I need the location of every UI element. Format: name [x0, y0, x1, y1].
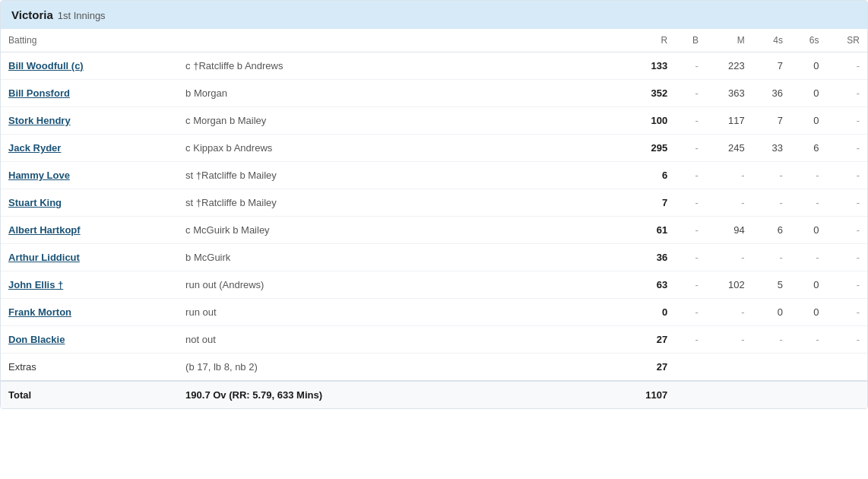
fours: 5 [752, 271, 790, 299]
minutes: 94 [706, 217, 752, 244]
batsman-name[interactable]: Stork Hendry [1, 107, 178, 135]
col-6s: 6s [790, 29, 827, 52]
strike-rate: - [827, 162, 868, 189]
fours: 6 [752, 217, 790, 244]
strike-rate: - [827, 299, 868, 326]
fours: 0 [752, 299, 790, 326]
fours: - [752, 162, 790, 189]
team-name: Victoria [11, 8, 53, 21]
fours: - [752, 244, 790, 271]
minutes: 245 [706, 135, 752, 162]
minutes: 363 [706, 80, 752, 107]
runs: 7 [621, 189, 675, 217]
fours: 36 [752, 80, 790, 107]
col-r: R [621, 29, 675, 52]
sixes: 0 [790, 107, 827, 135]
sixes: 6 [790, 135, 827, 162]
minutes: - [706, 189, 752, 217]
batsman-name[interactable]: Jack Ryder [1, 135, 178, 162]
strike-rate: - [827, 326, 868, 354]
col-m: M [706, 29, 752, 52]
dismissal: st †Ratcliffe b Mailey [178, 162, 621, 189]
minutes: - [706, 244, 752, 271]
fours: 7 [752, 52, 790, 80]
fours: 7 [752, 107, 790, 135]
extras-row: Extras (b 17, lb 8, nb 2) 27 [1, 354, 867, 382]
minutes: - [706, 162, 752, 189]
total-row: Total 190.7 Ov (RR: 5.79, 633 Mins) 1107 [1, 381, 867, 408]
col-batting: Batting [1, 29, 178, 52]
balls: - [675, 189, 706, 217]
runs: 100 [621, 107, 675, 135]
extras-label: Extras [1, 354, 178, 382]
batsman-name[interactable]: Albert Hartkopf [1, 217, 178, 244]
dismissal: not out [178, 326, 621, 354]
total-label: Total [1, 381, 178, 408]
minutes: 223 [706, 52, 752, 80]
sixes: 0 [790, 271, 827, 299]
runs: 61 [621, 217, 675, 244]
batsman-name[interactable]: Don Blackie [1, 326, 178, 354]
dismissal: c †Ratcliffe b Andrews [178, 52, 621, 80]
innings-header: Victoria1st Innings [1, 1, 867, 29]
sixes: - [790, 162, 827, 189]
strike-rate: - [827, 189, 868, 217]
extras-value: 27 [621, 354, 675, 382]
strike-rate: - [827, 107, 868, 135]
batsman-name[interactable]: Arthur Liddicut [1, 244, 178, 271]
dismissal: run out (Andrews) [178, 271, 621, 299]
col-dismissal [178, 29, 621, 52]
balls: - [675, 271, 706, 299]
strike-rate: - [827, 271, 868, 299]
batsman-name[interactable]: Bill Woodfull (c) [1, 52, 178, 80]
balls: - [675, 162, 706, 189]
balls: - [675, 80, 706, 107]
col-4s: 4s [752, 29, 790, 52]
balls: - [675, 326, 706, 354]
dismissal: c Kippax b Andrews [178, 135, 621, 162]
sixes: 0 [790, 217, 827, 244]
dismissal: b McGuirk [178, 244, 621, 271]
extras-detail: (b 17, lb 8, nb 2) [178, 354, 621, 382]
runs: 0 [621, 299, 675, 326]
col-b: B [675, 29, 706, 52]
table-row: Don Blackienot out27----- [1, 326, 867, 354]
scorecard: Victoria1st Innings Batting R B M 4s 6s … [0, 0, 868, 409]
table-row: Stuart Kingst †Ratcliffe b Mailey7----- [1, 189, 867, 217]
dismissal: run out [178, 299, 621, 326]
total-value: 1107 [621, 381, 675, 408]
batsman-name[interactable]: Stuart King [1, 189, 178, 217]
table-row: Arthur Liddicutb McGuirk36----- [1, 244, 867, 271]
runs: 27 [621, 326, 675, 354]
sixes: - [790, 244, 827, 271]
batsman-name[interactable]: Frank Morton [1, 299, 178, 326]
sixes: - [790, 189, 827, 217]
batsman-name[interactable]: Hammy Love [1, 162, 178, 189]
runs: 36 [621, 244, 675, 271]
minutes: 102 [706, 271, 752, 299]
balls: - [675, 52, 706, 80]
sixes: - [790, 326, 827, 354]
sixes: 0 [790, 80, 827, 107]
sixes: 0 [790, 299, 827, 326]
innings-label: 1st Innings [58, 10, 106, 21]
total-detail: 190.7 Ov (RR: 5.79, 633 Mins) [178, 381, 621, 408]
balls: - [675, 135, 706, 162]
batsman-name[interactable]: John Ellis † [1, 271, 178, 299]
table-row: Bill Ponsfordb Morgan352-363360- [1, 80, 867, 107]
table-row: Frank Mortonrun out0--00- [1, 299, 867, 326]
balls: - [675, 299, 706, 326]
strike-rate: - [827, 217, 868, 244]
strike-rate: - [827, 135, 868, 162]
table-row: Albert Hartkopfc McGuirk b Mailey61-9460… [1, 217, 867, 244]
runs: 6 [621, 162, 675, 189]
strike-rate: - [827, 80, 868, 107]
runs: 133 [621, 52, 675, 80]
strike-rate: - [827, 52, 868, 80]
table-row: John Ellis †run out (Andrews)63-10250- [1, 271, 867, 299]
batsman-name[interactable]: Bill Ponsford [1, 80, 178, 107]
dismissal: st †Ratcliffe b Mailey [178, 189, 621, 217]
minutes: 117 [706, 107, 752, 135]
col-sr: SR [827, 29, 868, 52]
strike-rate: - [827, 244, 868, 271]
